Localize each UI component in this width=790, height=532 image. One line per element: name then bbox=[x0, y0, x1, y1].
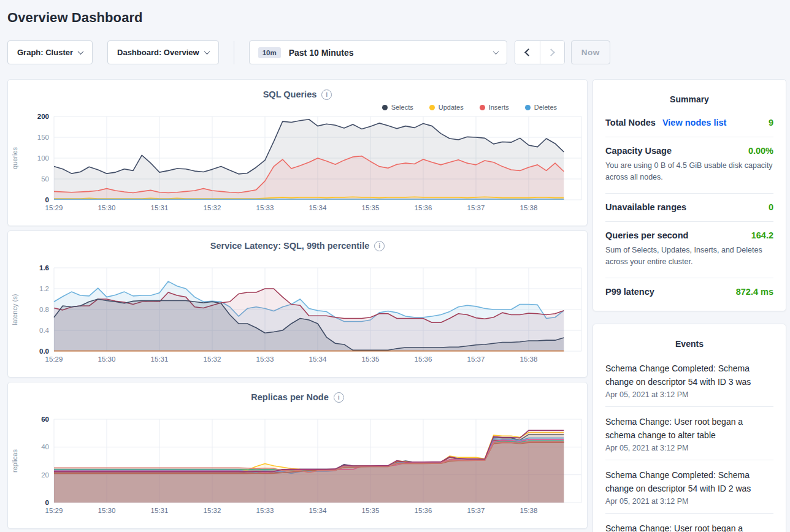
info-icon[interactable]: i bbox=[374, 241, 385, 251]
svg-text:0: 0 bbox=[45, 196, 49, 203]
summary-row-queries-per-second: Queries per second 164.2 Sum of Selects,… bbox=[605, 222, 773, 278]
sql-queries-chart[interactable]: 05010015020015:2915:3015:3115:3215:3315:… bbox=[9, 113, 588, 216]
chart-title-row: SQL Queries i bbox=[9, 87, 586, 102]
svg-text:0.0: 0.0 bbox=[39, 348, 49, 355]
svg-text:1.2: 1.2 bbox=[39, 285, 49, 292]
chart-legend bbox=[9, 405, 586, 416]
chevron-right-icon bbox=[547, 48, 555, 56]
chart-title: Service Latency: SQL, 99th percentile bbox=[210, 241, 370, 251]
summary-caption: Sum of Selects, Updates, Inserts, and De… bbox=[605, 245, 773, 268]
svg-text:15:32: 15:32 bbox=[204, 355, 221, 363]
svg-text:1.6: 1.6 bbox=[39, 264, 49, 272]
summary-label: P99 latency bbox=[605, 287, 654, 297]
legend-label: Deletes bbox=[534, 104, 557, 111]
summary-label: Queries per second bbox=[605, 230, 688, 240]
chevron-down-icon bbox=[78, 48, 84, 55]
event-timestamp: Apr 05, 2021 at 3:12 PM bbox=[605, 497, 773, 506]
legend-label: Selects bbox=[391, 104, 413, 111]
sidebar-column: Summary Total Nodes View nodes list 9 Ca… bbox=[592, 79, 786, 532]
toolbar: Graph: Cluster Dashboard: Overview 10m P… bbox=[7, 40, 786, 64]
summary-title: Summary bbox=[605, 80, 773, 109]
svg-text:15:30: 15:30 bbox=[98, 507, 116, 514]
toolbar-divider bbox=[234, 41, 234, 64]
event-item[interactable]: Schema Change: User root began a schema … bbox=[605, 407, 773, 460]
svg-text:15:34: 15:34 bbox=[309, 204, 327, 211]
summary-row-unavailable-ranges: Unavailable ranges 0 bbox=[605, 194, 773, 222]
events-title: Events bbox=[605, 324, 773, 354]
svg-text:15:37: 15:37 bbox=[467, 204, 485, 211]
svg-text:0.4: 0.4 bbox=[39, 327, 50, 334]
replicas-per-node-chart[interactable]: 020406015:2915:3015:3115:3215:3315:3415:… bbox=[9, 416, 588, 519]
legend-label: Inserts bbox=[489, 104, 509, 111]
svg-text:15:36: 15:36 bbox=[415, 355, 432, 363]
sql-queries-chart-card: SQL Queries i SelectsUpdatesInsertsDelet… bbox=[7, 79, 588, 226]
now-button[interactable]: Now bbox=[571, 40, 610, 64]
svg-text:50: 50 bbox=[41, 175, 49, 183]
legend-item[interactable]: Inserts bbox=[480, 104, 509, 111]
time-range-chip: 10m bbox=[258, 47, 281, 58]
svg-text:15:33: 15:33 bbox=[256, 204, 274, 211]
chart-legend: SelectsUpdatesInsertsDeletes bbox=[9, 102, 586, 113]
time-range-picker[interactable]: 10m Past 10 Minutes bbox=[249, 40, 507, 64]
svg-text:15:36: 15:36 bbox=[415, 204, 432, 211]
legend-item[interactable]: Deletes bbox=[525, 104, 557, 111]
view-nodes-list-link[interactable]: View nodes list bbox=[662, 118, 727, 127]
next-range-button[interactable] bbox=[540, 41, 564, 64]
svg-text:15:35: 15:35 bbox=[362, 204, 380, 211]
overview-dashboard-page: Overview Dashboard Graph: Cluster Dashbo… bbox=[0, 0, 790, 532]
svg-text:0.8: 0.8 bbox=[39, 306, 49, 313]
summary-row-total-nodes: Total Nodes View nodes list 9 bbox=[605, 109, 773, 137]
svg-text:replicas: replicas bbox=[11, 449, 18, 473]
event-text: Schema Change Completed: Schema change o… bbox=[605, 468, 773, 495]
info-icon[interactable]: i bbox=[321, 89, 332, 100]
svg-text:15:35: 15:35 bbox=[362, 507, 380, 514]
svg-text:15:37: 15:37 bbox=[467, 355, 485, 363]
page-title: Overview Dashboard bbox=[7, 10, 786, 26]
legend-dot-icon bbox=[525, 105, 531, 110]
service-latency-chart[interactable]: 0.00.40.81.21.615:2915:3015:3115:3215:33… bbox=[9, 264, 588, 367]
svg-text:15:30: 15:30 bbox=[98, 355, 116, 363]
svg-text:200: 200 bbox=[37, 113, 49, 120]
legend-dot-icon bbox=[429, 105, 435, 110]
summary-caption: You are using 0 B of 4.5 GiB usable disk… bbox=[605, 160, 773, 184]
svg-text:15:37: 15:37 bbox=[467, 507, 485, 514]
dashboard-selector-dropdown[interactable]: Dashboard: Overview bbox=[107, 40, 219, 64]
event-item[interactable]: Schema Change Completed: Schema change o… bbox=[605, 354, 773, 407]
chart-title: SQL Queries bbox=[263, 89, 317, 99]
graph-selector-dropdown[interactable]: Graph: Cluster bbox=[7, 40, 93, 64]
svg-text:15:34: 15:34 bbox=[309, 355, 327, 363]
legend-dot-icon bbox=[382, 105, 388, 110]
event-text: Schema Change Completed: Schema change o… bbox=[605, 362, 773, 389]
svg-text:latency (s): latency (s) bbox=[11, 294, 18, 325]
chevron-left-icon bbox=[524, 48, 532, 56]
summary-row-p99-latency: P99 latency 872.4 ms bbox=[605, 278, 773, 306]
svg-text:15:32: 15:32 bbox=[204, 507, 221, 514]
svg-text:15:29: 15:29 bbox=[45, 204, 63, 211]
svg-text:15:31: 15:31 bbox=[151, 355, 169, 363]
event-text: Schema Change: User root began a schema … bbox=[605, 415, 773, 442]
svg-text:15:36: 15:36 bbox=[415, 507, 432, 514]
summary-value: 872.4 ms bbox=[736, 287, 773, 297]
chevron-down-icon bbox=[204, 48, 210, 55]
legend-dot-icon bbox=[480, 105, 485, 110]
dashboard-content: SQL Queries i SelectsUpdatesInsertsDelet… bbox=[7, 79, 786, 532]
svg-text:15:30: 15:30 bbox=[98, 204, 116, 211]
svg-text:0: 0 bbox=[45, 499, 49, 506]
service-latency-chart-card: Service Latency: SQL, 99th percentile i … bbox=[7, 230, 588, 378]
info-icon[interactable]: i bbox=[334, 392, 344, 403]
legend-item[interactable]: Updates bbox=[429, 104, 464, 111]
svg-text:15:31: 15:31 bbox=[151, 507, 169, 514]
event-text: Schema Change: User root began a schema … bbox=[605, 522, 773, 532]
event-item[interactable]: Schema Change Completed: Schema change o… bbox=[605, 460, 773, 514]
time-step-buttons bbox=[515, 40, 565, 64]
svg-text:15:33: 15:33 bbox=[256, 355, 274, 363]
event-item[interactable]: Schema Change: User root began a schema … bbox=[605, 514, 773, 532]
svg-text:15:31: 15:31 bbox=[151, 204, 169, 211]
previous-range-button[interactable] bbox=[515, 41, 540, 64]
chart-legend bbox=[9, 253, 586, 264]
dashboard-selector-label: Dashboard: Overview bbox=[117, 48, 199, 57]
legend-item[interactable]: Selects bbox=[382, 104, 413, 111]
replicas-per-node-chart-card: Replicas per Node i 020406015:2915:3015:… bbox=[7, 382, 588, 529]
svg-text:15:29: 15:29 bbox=[45, 507, 63, 514]
svg-text:15:29: 15:29 bbox=[45, 355, 63, 363]
